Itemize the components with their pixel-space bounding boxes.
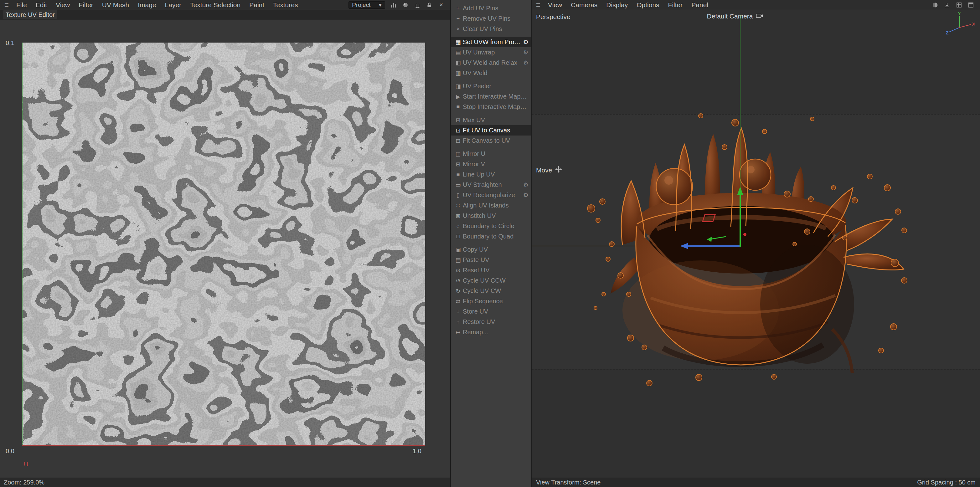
u-axis-label: U: [24, 461, 28, 468]
cmd-add-uv-pins[interactable]: + Add UV Pins: [451, 3, 531, 13]
menu-filter[interactable]: Filter: [74, 1, 98, 9]
cmd-uv-straighten[interactable]: ▭ UV Straighten ⚙: [451, 180, 531, 190]
move-gizmo-y-arrow[interactable]: [735, 185, 745, 248]
tab-texture-uv-editor[interactable]: Texture UV Editor: [3, 10, 57, 19]
left-bar-icons: ×: [390, 1, 445, 9]
menu-texture-selection[interactable]: Texture Selection: [186, 1, 245, 9]
cmd-paste-uv[interactable]: ▤ Paste UV: [451, 255, 531, 265]
mirror-u-icon: ◫: [453, 151, 463, 157]
menu-view[interactable]: View: [51, 1, 74, 9]
z-axis-label: Z: [945, 30, 948, 35]
uv-coord-bottom-right: 1,0: [413, 447, 422, 455]
cmd-flip-sequence[interactable]: ⇄ Flip Sequence: [451, 296, 531, 306]
view-type-label[interactable]: Perspective: [536, 13, 571, 21]
restore-icon: ↑: [453, 319, 463, 325]
material-sphere-icon[interactable]: [401, 1, 409, 9]
vp-menu-panel[interactable]: Panel: [687, 1, 713, 9]
camera-icon[interactable]: [756, 13, 764, 20]
vp-menu-display[interactable]: Display: [602, 1, 632, 9]
hamburger-icon[interactable]: ≡: [3, 1, 12, 10]
close-icon[interactable]: ×: [437, 1, 445, 9]
pin-add-icon: +: [453, 5, 463, 11]
cmd-cycle-uv-ccw[interactable]: ↺ Cycle UV CCW: [451, 275, 531, 286]
remap-icon: ↦: [453, 329, 463, 336]
uv-canvas[interactable]: 0,1 0,0 1,0 U: [0, 20, 450, 477]
cmd-boundary-to-quad[interactable]: □ Boundary to Quad: [451, 231, 531, 242]
vp-menu-filter[interactable]: Filter: [664, 1, 687, 9]
shading-sphere-icon[interactable]: [931, 1, 939, 9]
menu-edit[interactable]: Edit: [31, 1, 51, 9]
reset-icon: ⊘: [453, 267, 463, 274]
cmd-fit-canvas-to-uv[interactable]: ⊟ Fit Canvas to UV: [451, 135, 531, 146]
move-gizmo-x-arrow[interactable]: [679, 242, 741, 251]
cmd-stop-interactive-mapping[interactable]: ■ Stop Interactive Mapping: [451, 102, 531, 112]
menu-image[interactable]: Image: [134, 1, 160, 9]
texture-uv-editor-pane: ≡ File Edit View Filter UV Mesh Image La…: [0, 0, 450, 487]
cmd-mirror-u[interactable]: ◫ Mirror U: [451, 149, 531, 159]
active-tool-label[interactable]: Move: [536, 166, 562, 174]
lock-icon[interactable]: [425, 1, 433, 9]
uv-command-panel: + Add UV Pins − Remove UV Pins × Clear U…: [450, 0, 531, 487]
menu-file[interactable]: File: [12, 1, 31, 9]
camera-label-text: Default Camera: [707, 13, 752, 20]
menu-uv-mesh[interactable]: UV Mesh: [98, 1, 134, 9]
chevron-down-icon: ▾: [379, 1, 382, 8]
camera-label[interactable]: Default Camera: [707, 13, 763, 20]
vp-menu-view[interactable]: View: [544, 1, 566, 9]
chocolate-splash-model[interactable]: [576, 110, 920, 392]
cmd-reset-uv[interactable]: ⊘ Reset UV: [451, 265, 531, 275]
menu-paint[interactable]: Paint: [245, 1, 269, 9]
download-icon[interactable]: [943, 1, 951, 9]
cmd-cycle-uv-cw[interactable]: ↻ Cycle UV CW: [451, 286, 531, 296]
cmd-remap[interactable]: ↦ Remap...: [451, 327, 531, 337]
separator: [451, 146, 531, 149]
cmd-uv-unwrap[interactable]: ▤ UV Unwrap ⚙: [451, 47, 531, 57]
cmd-copy-uv[interactable]: ▣ Copy UV: [451, 244, 531, 255]
cmd-align-uv-islands[interactable]: ∷ Align UV Islands: [451, 200, 531, 211]
uv-mesh-texture[interactable]: [22, 43, 425, 446]
cmd-fit-uv-to-canvas[interactable]: ⊡ Fit UV to Canvas: [451, 125, 531, 135]
perspective-viewport[interactable]: Perspective Default Camera Y X Z Move: [531, 10, 980, 477]
vp-menu-options[interactable]: Options: [632, 1, 663, 9]
cmd-store-uv[interactable]: ↓ Store UV: [451, 306, 531, 317]
viewport-bar-icons: [931, 1, 975, 9]
maximize-icon[interactable]: [967, 1, 975, 9]
cmd-set-uvw-from-projection[interactable]: ▦ Set UVW from Projection ⚙: [451, 37, 531, 47]
cmd-clear-uv-pins[interactable]: × Clear UV Pins: [451, 24, 531, 34]
gizmo-center-handle[interactable]: [743, 233, 746, 236]
uv-u-axis-line: [22, 445, 425, 446]
viewport-pane: ≡ View Cameras Display Options Filter Pa…: [531, 0, 980, 487]
separator: [451, 78, 531, 81]
gear-icon[interactable]: ⚙: [521, 192, 528, 199]
vp-menu-cameras[interactable]: Cameras: [566, 1, 602, 9]
gear-icon[interactable]: ⚙: [521, 181, 528, 189]
cmd-start-interactive-mapping[interactable]: ▶ Start Interactive Mapping: [451, 91, 531, 102]
cmd-mirror-v[interactable]: ⊟ Mirror V: [451, 159, 531, 169]
fit-uv-canvas-icon: ⊡: [453, 127, 463, 134]
cmd-boundary-to-circle[interactable]: ○ Boundary to Circle: [451, 221, 531, 231]
menu-textures[interactable]: Textures: [269, 1, 302, 9]
cmd-uv-weld[interactable]: ▥ UV Weld: [451, 68, 531, 78]
stop-icon: ■: [453, 104, 463, 110]
cmd-remove-uv-pins[interactable]: − Remove UV Pins: [451, 13, 531, 24]
cmd-uv-peeler[interactable]: ◨ UV Peeler: [451, 81, 531, 91]
gear-icon[interactable]: ⚙: [521, 59, 528, 67]
cmd-uv-rectangularize[interactable]: ▯ UV Rectangularize ⚙: [451, 190, 531, 200]
grid-icon[interactable]: [955, 1, 963, 9]
cmd-max-uv[interactable]: ⊞ Max UV: [451, 115, 531, 125]
histogram-icon[interactable]: [390, 1, 398, 9]
menu-layer[interactable]: Layer: [161, 1, 186, 9]
cmd-unstitch-uv[interactable]: ⊠ Unstitch UV: [451, 211, 531, 221]
move-gizmo-z-arrow[interactable]: [706, 234, 728, 242]
project-dropdown[interactable]: Project ▾: [348, 1, 385, 9]
cmd-restore-uv[interactable]: ↑ Restore UV: [451, 317, 531, 327]
boundary-quad-icon: □: [453, 233, 463, 240]
hamburger-icon[interactable]: ≡: [535, 1, 544, 10]
gear-icon[interactable]: ⚙: [521, 49, 528, 56]
cmd-line-up-uv[interactable]: ≡ Line Up UV: [451, 169, 531, 180]
cmd-uv-weld-and-relax[interactable]: ◧ UV Weld and Relax ⚙: [451, 57, 531, 68]
grid-spacing-label: Grid Spacing : 50 cm: [917, 479, 975, 486]
gear-icon[interactable]: ⚙: [521, 38, 528, 46]
hand-pan-icon[interactable]: [413, 1, 422, 9]
unwrap-icon: ▤: [453, 49, 463, 56]
